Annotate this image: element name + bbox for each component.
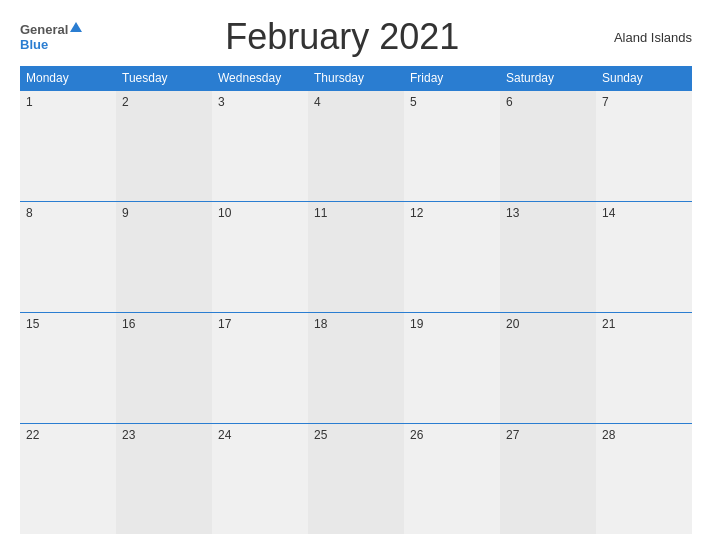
day-number: 21	[602, 317, 615, 331]
calendar-body: 1234567891011121314151617181920212223242…	[20, 91, 692, 535]
calendar-day-16: 16	[116, 312, 212, 423]
calendar-day-12: 12	[404, 201, 500, 312]
calendar-title: February 2021	[82, 16, 602, 58]
region-label: Aland Islands	[602, 30, 692, 45]
day-of-week-tuesday: Tuesday	[116, 66, 212, 91]
calendar-day-1: 1	[20, 91, 116, 202]
day-number: 11	[314, 206, 327, 220]
day-number: 7	[602, 95, 609, 109]
day-number: 17	[218, 317, 231, 331]
calendar-day-13: 13	[500, 201, 596, 312]
calendar-day-27: 27	[500, 423, 596, 534]
calendar-day-6: 6	[500, 91, 596, 202]
day-number: 20	[506, 317, 519, 331]
day-of-week-monday: Monday	[20, 66, 116, 91]
day-number: 15	[26, 317, 39, 331]
calendar-day-2: 2	[116, 91, 212, 202]
day-number: 26	[410, 428, 423, 442]
calendar-day-7: 7	[596, 91, 692, 202]
day-number: 12	[410, 206, 423, 220]
calendar-day-18: 18	[308, 312, 404, 423]
calendar-day-23: 23	[116, 423, 212, 534]
calendar-header: MondayTuesdayWednesdayThursdayFridaySatu…	[20, 66, 692, 91]
day-number: 24	[218, 428, 231, 442]
day-number: 25	[314, 428, 327, 442]
day-number: 22	[26, 428, 39, 442]
calendar-day-26: 26	[404, 423, 500, 534]
calendar-table: MondayTuesdayWednesdayThursdayFridaySatu…	[20, 66, 692, 534]
calendar-day-19: 19	[404, 312, 500, 423]
calendar-day-25: 25	[308, 423, 404, 534]
days-of-week-row: MondayTuesdayWednesdayThursdayFridaySatu…	[20, 66, 692, 91]
day-of-week-thursday: Thursday	[308, 66, 404, 91]
calendar-day-8: 8	[20, 201, 116, 312]
calendar-day-17: 17	[212, 312, 308, 423]
page-header: General Blue February 2021 Aland Islands	[20, 16, 692, 58]
calendar-day-10: 10	[212, 201, 308, 312]
calendar-day-21: 21	[596, 312, 692, 423]
day-of-week-saturday: Saturday	[500, 66, 596, 91]
calendar-day-22: 22	[20, 423, 116, 534]
day-number: 13	[506, 206, 519, 220]
day-number: 19	[410, 317, 423, 331]
week-row-4: 22232425262728	[20, 423, 692, 534]
day-of-week-sunday: Sunday	[596, 66, 692, 91]
calendar-day-5: 5	[404, 91, 500, 202]
day-number: 8	[26, 206, 33, 220]
calendar-day-9: 9	[116, 201, 212, 312]
day-number: 14	[602, 206, 615, 220]
day-number: 23	[122, 428, 135, 442]
calendar-day-28: 28	[596, 423, 692, 534]
calendar-day-15: 15	[20, 312, 116, 423]
day-of-week-wednesday: Wednesday	[212, 66, 308, 91]
day-number: 27	[506, 428, 519, 442]
calendar-day-24: 24	[212, 423, 308, 534]
calendar-day-3: 3	[212, 91, 308, 202]
week-row-1: 1234567	[20, 91, 692, 202]
day-number: 6	[506, 95, 513, 109]
day-number: 16	[122, 317, 135, 331]
logo-triangle-icon	[70, 22, 82, 32]
day-number: 28	[602, 428, 615, 442]
calendar-day-11: 11	[308, 201, 404, 312]
logo-general-text: General	[20, 23, 68, 36]
logo: General Blue	[20, 23, 82, 52]
day-number: 5	[410, 95, 417, 109]
day-of-week-friday: Friday	[404, 66, 500, 91]
day-number: 18	[314, 317, 327, 331]
day-number: 2	[122, 95, 129, 109]
day-number: 9	[122, 206, 129, 220]
day-number: 1	[26, 95, 33, 109]
calendar-day-20: 20	[500, 312, 596, 423]
week-row-2: 891011121314	[20, 201, 692, 312]
day-number: 3	[218, 95, 225, 109]
day-number: 10	[218, 206, 231, 220]
week-row-3: 15161718192021	[20, 312, 692, 423]
calendar-day-14: 14	[596, 201, 692, 312]
calendar-day-4: 4	[308, 91, 404, 202]
day-number: 4	[314, 95, 321, 109]
logo-blue-text: Blue	[20, 37, 48, 52]
